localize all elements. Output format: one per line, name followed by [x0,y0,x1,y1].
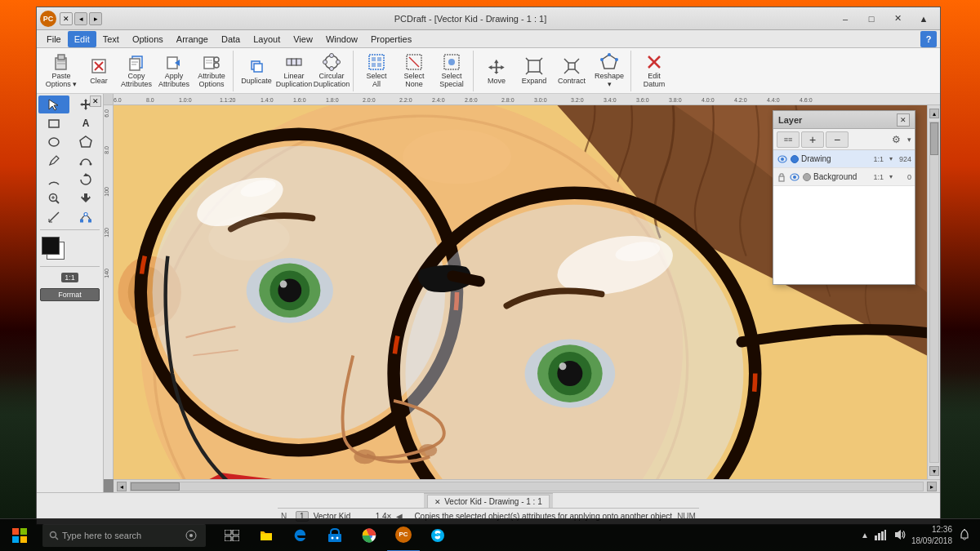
fg-color[interactable] [42,237,60,255]
tools-close-button[interactable]: ✕ [90,96,101,107]
layer-count-drawing: 924 [895,155,911,163]
store-button[interactable] [318,519,351,552]
menu-options[interactable]: Options [126,31,170,47]
duplicate-button[interactable]: Duplicate [238,52,274,90]
layer-remove-button[interactable]: − [826,131,849,148]
clock-display[interactable]: 12:36 18/09/2018 [911,524,952,547]
scroll-h-right[interactable]: ▸ [927,482,937,491]
format-button[interactable]: Format [40,288,100,301]
menu-window[interactable]: Window [319,31,364,47]
tool-arc[interactable] [38,171,69,189]
file-explorer-button[interactable] [250,519,283,552]
scroll-h-left[interactable]: ◂ [117,482,127,491]
tool-bezier[interactable] [70,152,101,170]
layer-eye-drawing[interactable] [777,153,788,165]
layer-close-button[interactable]: ✕ [897,113,910,127]
start-button[interactable] [0,519,39,552]
layer-list-view-btn[interactable]: ≡≡ [777,131,800,148]
tool-text[interactable]: A [70,114,101,132]
layer-dropdown-arrow[interactable]: ▾ [907,136,911,144]
layer-gear-button[interactable]: ⚙ [888,131,904,148]
tool-zoom[interactable] [38,189,69,207]
paste-options-button[interactable]: PasteOptions ▾ [43,52,79,90]
menu-properties[interactable]: Properties [364,31,418,47]
title-fwd-btn[interactable]: ▸ [89,12,102,25]
reshape-button[interactable]: Reshape ▾ [591,52,627,90]
tool-polygon[interactable] [70,133,101,151]
title-back-btn[interactable]: ◂ [74,12,87,25]
document-tab[interactable]: ✕ Vector Kid - Drawing - 1 : 1 [427,495,550,508]
clock-time: 12:36 [911,524,952,535]
svg-point-107 [403,130,511,184]
tab-close-icon[interactable]: ✕ [434,498,441,506]
svg-rect-31 [377,63,381,67]
network-icon[interactable] [872,529,889,542]
contract-button[interactable]: Contract [554,52,590,90]
scroll-v-down[interactable]: ▾ [929,466,939,476]
layer-add-button[interactable]: + [801,131,824,148]
svg-point-120 [189,534,193,537]
layer-lock-background[interactable] [777,172,786,182]
scroll-v-up[interactable]: ▴ [929,109,939,118]
apply-attributes-button[interactable]: ApplyAttributes [156,52,192,90]
tool-select[interactable] [38,96,69,113]
scroll-h-thumb[interactable] [131,482,180,491]
edit-datum-button[interactable]: EditDatum [636,52,672,90]
tool-node[interactable] [70,208,101,226]
layer-row-background[interactable]: Background 1:1 ▾ 0 [773,168,915,186]
menu-text[interactable]: Text [96,31,126,47]
help-button[interactable]: ? [920,31,937,47]
menu-view[interactable]: View [287,31,319,47]
pcdraft-taskbar-button[interactable]: PC [387,519,420,552]
copy-attributes-button[interactable]: CopyAttributes [118,52,154,90]
svg-point-69 [84,213,87,216]
menu-edit[interactable]: Edit [68,31,96,47]
tool-measure[interactable] [38,208,69,226]
select-none-button[interactable]: SelectNone [396,52,432,90]
maximize-button[interactable]: □ [858,7,884,30]
menu-file[interactable]: File [40,31,68,47]
attribute-options-button[interactable]: AttributeOptions [194,52,229,90]
tool-ellipse[interactable] [38,133,69,151]
select-special-button[interactable]: SelectSpecial [434,52,470,90]
chrome-button[interactable] [353,519,385,552]
circular-dup-button[interactable]: CircularDuplication [314,52,350,90]
scroll-v-thumb[interactable] [930,122,938,155]
expand-icon [524,56,544,76]
layer-eye-background[interactable] [789,171,800,183]
tool-pen[interactable] [38,152,69,170]
scroll-horizontal[interactable]: ◂ ▸ [114,479,940,492]
menu-layout[interactable]: Layout [247,31,287,47]
help-arrow-btn[interactable]: ▲ [911,7,937,30]
skype-button[interactable] [421,519,454,552]
clear-button[interactable]: Clear [81,52,117,90]
minimize-button[interactable]: – [832,7,858,30]
search-bar[interactable]: Type here to search [42,524,206,547]
canvas-area[interactable]: 6.0 8.0 1.0:0 1.1:20 1.4:0 1.6:0 1.8:0 2… [104,94,940,492]
scroll-h-track[interactable] [130,482,924,491]
edge-button[interactable] [284,519,317,552]
notification-button[interactable] [956,529,973,542]
task-view-button[interactable] [216,519,248,552]
title-close-btn[interactable]: ✕ [60,12,73,25]
volume-icon[interactable] [892,529,908,542]
svg-rect-1 [58,55,65,60]
close-button[interactable]: ✕ [884,7,911,30]
select-all-button[interactable]: SelectAll [359,52,394,90]
menu-arrange[interactable]: Arrange [170,31,215,47]
expand-button[interactable]: Expand [516,52,552,90]
layer-row-drawing[interactable]: Drawing 1:1 ▾ 924 [773,150,915,168]
move-button[interactable]: Move [479,52,514,90]
tool-rotate[interactable] [70,171,101,189]
scroll-v-track[interactable] [929,122,939,463]
cortana-button[interactable] [183,527,199,544]
layer-chevron-background[interactable]: ▾ [889,173,893,180]
tray-arrow[interactable]: ▲ [861,531,869,540]
layer-chevron-drawing[interactable]: ▾ [889,155,893,162]
linear-dup-button[interactable]: LinearDuplication [276,52,312,90]
tool-rect[interactable] [38,114,69,132]
svg-line-33 [409,57,419,67]
tool-pan[interactable] [70,189,101,207]
menu-data[interactable]: Data [215,31,247,47]
scroll-vertical[interactable]: ▴ ▾ [927,105,940,479]
